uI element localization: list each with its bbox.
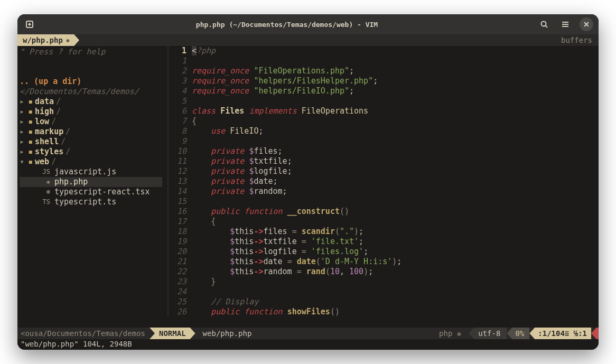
statusline: <ousa/Documentos/Temas/demos NORMAL web/… [17, 328, 599, 339]
line-number: 13 [172, 176, 186, 186]
code-line[interactable]: private $files; [192, 146, 599, 156]
status-percent: 0% [507, 328, 529, 339]
code-line[interactable] [192, 287, 599, 297]
hamburger-menu-icon[interactable] [558, 17, 572, 31]
code-line[interactable]: private $date; [192, 176, 599, 186]
tree-folder-styles[interactable]: ▸ ▪ styles/ [20, 147, 162, 157]
status-file: web/php.php [195, 328, 257, 339]
titlebar: php.php (~/Documentos/Temas/demos/web) -… [17, 14, 599, 34]
svg-point-3 [542, 22, 546, 26]
status-end-cap [591, 328, 599, 339]
tree-folder-web[interactable]: ▾ ▪ web/ [20, 157, 162, 167]
tree-folder-markup[interactable]: ▸ ▪ markup/ [20, 127, 162, 137]
status-mode: NORMAL [150, 328, 195, 339]
folder-icon: ▪ [28, 157, 33, 167]
line-number: 20 [172, 247, 186, 257]
tree-updir[interactable]: .. (up a dir) [20, 77, 162, 87]
folder-name: web [35, 157, 49, 167]
line-number: 15 [172, 197, 186, 207]
tree-file[interactable]: JSjavascript.js [20, 167, 162, 177]
tree-folder-data[interactable]: ▸ ▪ data/ [20, 97, 162, 107]
buffer-tabbar: w/php.php ❋ buffers [17, 34, 599, 46]
line-number: 17 [172, 217, 186, 227]
code-line[interactable]: public function showFiles() [192, 307, 599, 317]
folder-name: shell [35, 137, 59, 147]
editor-pane[interactable]: 1123456789101112131415161718192021222324… [172, 46, 599, 328]
code-line[interactable] [192, 136, 599, 146]
code-line[interactable]: $this->txtfile = 'file.txt'; [192, 237, 599, 247]
code-line[interactable]: use FileIO; [192, 126, 599, 136]
tree-file[interactable]: TStypescript.ts [20, 197, 162, 207]
svg-line-4 [546, 26, 548, 28]
line-number: 5 [172, 96, 186, 106]
search-icon[interactable] [537, 17, 551, 31]
file-name: php.php [54, 177, 88, 187]
code-line[interactable]: // Display [192, 297, 599, 307]
file-icon: ⊛ [41, 187, 50, 197]
new-tab-button[interactable] [23, 17, 36, 31]
vertical-split: │││││││││││││││││││││││││││ [164, 46, 172, 328]
folder-name: markup [35, 127, 63, 137]
window-title: php.php (~/Documentos/Temas/demos/web) -… [41, 21, 533, 29]
tree-help: " Press ? for help [20, 47, 162, 57]
line-number: 14 [172, 186, 186, 197]
file-icon: TS [41, 197, 50, 207]
tree-file[interactable]: ⊛typescript-react.tsx [20, 187, 162, 197]
line-number: 19 [172, 237, 186, 247]
line-number: 1 [172, 46, 186, 56]
line-number: 12 [172, 166, 186, 176]
code-line[interactable]: $this->files = scandir("."); [192, 227, 599, 237]
code-line[interactable]: require_once "helpers/FileIO.php"; [192, 86, 599, 96]
file-icon: ❋ [41, 177, 50, 187]
chevron-right-icon: ▸ [20, 147, 26, 157]
buffer-tab-active[interactable]: w/php.php ❋ [17, 34, 79, 46]
tree-folder-shell[interactable]: ▸ ▪ shell/ [20, 137, 162, 147]
code-line[interactable]: require_once "helpers/FilesHelper.php"; [192, 76, 599, 86]
code-line[interactable]: private $random; [192, 186, 599, 197]
code-line[interactable]: private $logfile; [192, 166, 599, 176]
code-line[interactable]: { [192, 217, 599, 227]
line-number: 16 [172, 207, 186, 217]
code-line[interactable]: require_once "FileOperations.php"; [192, 66, 599, 76]
line-number: 9 [172, 136, 186, 146]
code-line[interactable] [192, 56, 599, 66]
chevron-right-icon: ▸ [20, 127, 26, 137]
code-line[interactable]: $this->logfile = 'files.log'; [192, 247, 599, 257]
line-number: 21 [172, 257, 186, 267]
folder-icon: ▪ [28, 97, 33, 107]
code-line[interactable]: } [192, 277, 599, 287]
file-tree[interactable]: " Press ? for help .. (up a dir) </Docum… [17, 46, 164, 328]
code-line[interactable]: $this->date = date('D d-M-Y H:i:s'); [192, 257, 599, 267]
tree-folder-high[interactable]: ▸ ▪ high/ [20, 107, 162, 117]
line-number: 10 [172, 146, 186, 156]
code-line[interactable]: <?php [192, 46, 599, 56]
folder-name: styles [35, 147, 63, 157]
code-line[interactable] [192, 197, 599, 207]
folder-icon: ▪ [28, 137, 33, 147]
folder-name: data [35, 97, 54, 107]
file-name: typescript.ts [54, 197, 116, 207]
chevron-right-icon: ▸ [20, 97, 26, 107]
folder-icon: ▪ [28, 127, 33, 137]
code-line[interactable]: { [192, 116, 599, 126]
command-line[interactable]: "web/php.php" 104L, 2948B [17, 339, 599, 350]
code-line[interactable]: public function __construct() [192, 207, 599, 217]
tree-root[interactable]: </Documentos/Temas/demos/ [20, 87, 162, 97]
code-line[interactable]: $this->random = rand(10, 100); [192, 267, 599, 277]
line-number: 8 [172, 126, 186, 136]
line-number: 7 [172, 116, 186, 126]
buffers-label[interactable]: buffers [555, 34, 599, 46]
line-number: 2 [172, 66, 186, 76]
code-line[interactable] [192, 96, 599, 106]
line-number: 26 [172, 307, 186, 317]
close-button[interactable] [580, 17, 593, 31]
code-line[interactable]: class Files implements FileOperations [192, 106, 599, 116]
code-line[interactable]: private $txtfile; [192, 156, 599, 166]
chevron-down-icon: ▾ [20, 157, 26, 167]
tree-file[interactable]: ❋php.php [20, 177, 162, 187]
status-encoding: utf-8 [469, 328, 507, 339]
code-area[interactable]: <?php require_once "FileOperations.php";… [192, 46, 599, 328]
tree-folder-low[interactable]: ▸ ▪ low/ [20, 117, 162, 127]
main-area: " Press ? for help .. (up a dir) </Docum… [17, 46, 599, 328]
line-number: 18 [172, 227, 186, 237]
